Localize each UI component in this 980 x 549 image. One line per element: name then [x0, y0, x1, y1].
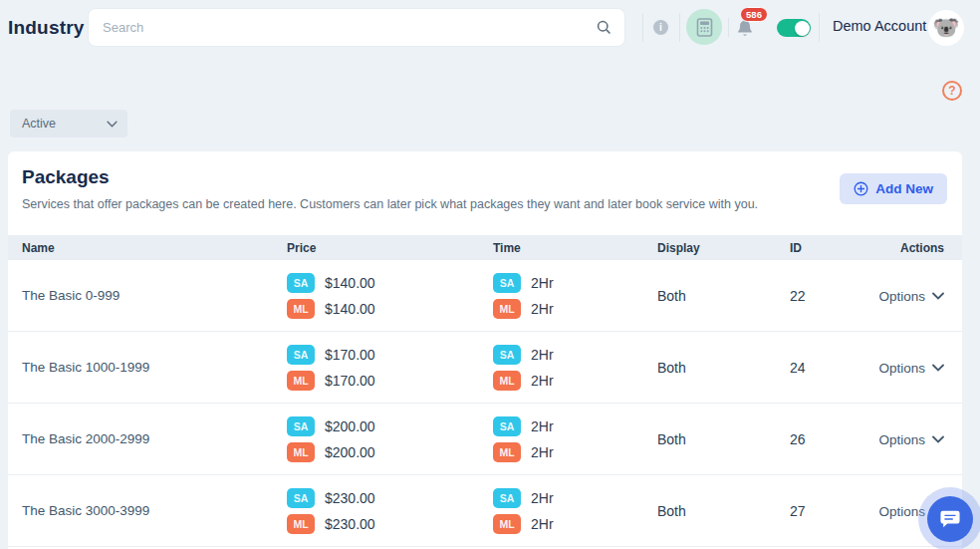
time-sa-value: 2Hr — [531, 490, 554, 506]
sa-badge: SA — [493, 416, 521, 436]
package-id: 27 — [790, 503, 869, 519]
divider — [642, 13, 643, 42]
ml-badge: ML — [493, 442, 521, 462]
time-sa-value: 2Hr — [531, 418, 554, 434]
time-cell: SA 2Hr ML 2Hr — [493, 416, 657, 462]
search-box[interactable] — [88, 8, 625, 47]
column-header-actions: Actions — [869, 241, 944, 255]
package-name: The Basic 1000-1999 — [22, 360, 287, 375]
packages-card: Packages Services that offer packages ca… — [8, 151, 962, 549]
time-cell: SA 2Hr ML 2Hr — [493, 488, 657, 534]
time-cell: SA 2Hr ML 2Hr — [493, 345, 657, 391]
column-header-id: ID — [790, 241, 869, 255]
help-icon[interactable]: ? — [942, 81, 962, 101]
divider — [819, 13, 820, 42]
top-bar: Industry i 586 Demo Account — [0, 0, 980, 55]
add-new-button[interactable]: Add New — [840, 173, 947, 204]
package-name: The Basic 3000-3999 — [22, 503, 287, 518]
ml-badge: ML — [493, 371, 521, 391]
options-button[interactable]: Options — [878, 432, 944, 447]
time-sa-value: 2Hr — [531, 347, 554, 363]
time-ml-value: 2Hr — [531, 444, 554, 460]
plus-circle-icon — [854, 181, 868, 196]
chevron-down-icon — [107, 121, 118, 128]
search-icon[interactable] — [596, 19, 612, 36]
column-header-time: Time — [493, 241, 657, 255]
search-input[interactable] — [103, 20, 596, 35]
price-sa-value: $230.00 — [325, 490, 375, 506]
chevron-down-icon — [932, 292, 944, 300]
table-row: The Basic 0-999 SA $140.00 ML $140.00 SA… — [8, 260, 962, 332]
sa-badge: SA — [493, 345, 521, 365]
sa-badge: SA — [493, 488, 521, 508]
package-name: The Basic 0-999 — [22, 288, 287, 303]
status-filter-dropdown[interactable]: Active — [10, 110, 127, 137]
display-value: Both — [657, 431, 790, 447]
display-value: Both — [657, 288, 790, 304]
sa-badge: SA — [287, 273, 315, 293]
package-id: 26 — [790, 431, 869, 447]
table-row: The Basic 2000-2999 SA $200.00 ML $200.0… — [8, 404, 962, 475]
price-ml-value: $140.00 — [325, 301, 375, 317]
time-ml-value: 2Hr — [531, 516, 554, 532]
avatar-image: 🐨 — [932, 15, 959, 41]
column-header-price: Price — [287, 241, 493, 255]
options-button[interactable]: Options — [878, 361, 944, 376]
package-name: The Basic 2000-2999 — [22, 431, 287, 446]
column-header-display: Display — [657, 241, 790, 255]
price-ml-value: $170.00 — [325, 373, 375, 389]
table-row: The Basic 3000-3999 SA $230.00 ML $230.0… — [8, 475, 962, 547]
ml-badge: ML — [493, 514, 521, 534]
sa-badge: SA — [493, 273, 521, 293]
price-cell: SA $200.00 ML $200.00 — [287, 416, 493, 462]
ml-badge: ML — [287, 514, 315, 534]
price-cell: SA $230.00 ML $230.00 — [287, 488, 493, 534]
package-id: 24 — [790, 360, 869, 376]
options-label: Options — [878, 432, 925, 447]
price-ml-value: $230.00 — [325, 516, 375, 532]
toggle-knob — [795, 21, 810, 36]
price-sa-value: $140.00 — [325, 275, 375, 291]
sa-badge: SA — [287, 416, 315, 436]
account-label: Demo Account — [833, 18, 926, 34]
price-sa-value: $170.00 — [325, 347, 375, 363]
packages-header: Packages Services that offer packages ca… — [8, 151, 962, 235]
price-sa-value: $200.00 — [325, 418, 375, 434]
time-ml-value: 2Hr — [531, 301, 554, 317]
chat-bubble-icon — [939, 509, 961, 529]
info-icon[interactable]: i — [653, 20, 668, 35]
ml-badge: ML — [287, 371, 315, 391]
table-row: The Basic 1000-1999 SA $170.00 ML $170.0… — [8, 332, 962, 404]
ml-badge: ML — [287, 442, 315, 462]
time-sa-value: 2Hr — [531, 275, 554, 291]
divider — [728, 18, 729, 37]
sa-badge: SA — [287, 345, 315, 365]
table-header-row: Name Price Time Display ID Actions — [8, 235, 962, 260]
options-label: Options — [878, 289, 925, 304]
table-body: The Basic 0-999 SA $140.00 ML $140.00 SA… — [8, 260, 962, 547]
account-menu[interactable]: Demo Account — [833, 18, 943, 34]
availability-toggle[interactable] — [777, 19, 811, 37]
add-new-label: Add New — [875, 181, 933, 196]
avatar[interactable]: 🐨 — [928, 10, 964, 46]
ml-badge: ML — [287, 299, 315, 319]
options-label: Options — [878, 504, 925, 519]
price-cell: SA $170.00 ML $170.00 — [287, 345, 493, 391]
status-filter-value: Active — [22, 117, 56, 131]
package-id: 22 — [790, 288, 869, 304]
ml-badge: ML — [493, 299, 521, 319]
divider — [679, 13, 680, 42]
time-ml-value: 2Hr — [531, 373, 554, 389]
time-cell: SA 2Hr ML 2Hr — [493, 273, 657, 319]
price-cell: SA $140.00 ML $140.00 — [287, 273, 493, 319]
options-label: Options — [878, 361, 925, 376]
chevron-down-icon — [932, 364, 944, 372]
page-title: Industry — [8, 17, 85, 39]
calculator-icon[interactable] — [686, 9, 722, 45]
options-button[interactable]: Options — [878, 289, 944, 304]
column-header-name: Name — [22, 241, 287, 255]
packages-description: Services that offer packages can be crea… — [22, 197, 944, 211]
chat-button[interactable] — [927, 496, 973, 542]
price-ml-value: $200.00 — [325, 444, 375, 460]
display-value: Both — [657, 360, 790, 376]
